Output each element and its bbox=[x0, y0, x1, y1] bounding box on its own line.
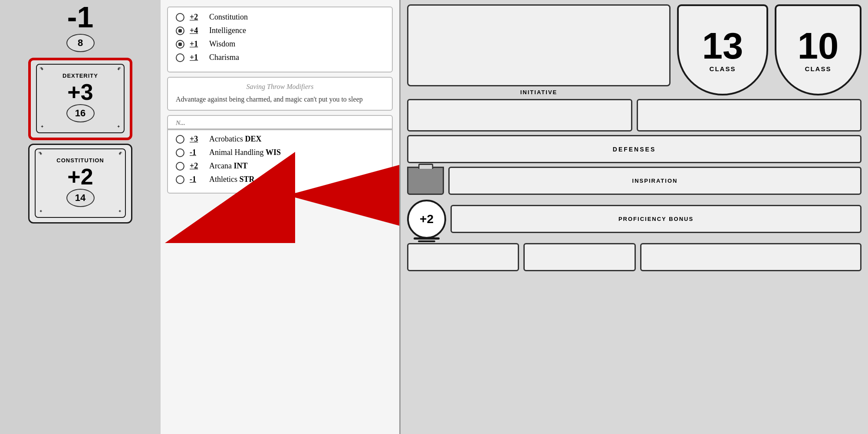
wisdom-save-name: Wisdom bbox=[209, 39, 235, 49]
saving-throw-constitution: +2 Constitution bbox=[176, 13, 384, 22]
athletics-name: Athletics STR bbox=[209, 175, 255, 184]
wisdom-save-value: +1 bbox=[190, 39, 205, 49]
animal-handling-row: -1 Animal Handling WIS bbox=[176, 148, 384, 157]
top-stats-row: INITIATIVE 13 CLASS 10 CLASS bbox=[407, 4, 861, 95]
constitution-save-circle[interactable] bbox=[176, 13, 184, 22]
initiative-container: INITIATIVE bbox=[407, 4, 671, 95]
notch-tab bbox=[418, 164, 433, 169]
athletics-row: -1 Athletics STR bbox=[176, 175, 384, 184]
proficiency-row: +2 PROFICIENCY BONUS bbox=[407, 198, 861, 240]
acrobatics-value: +3 bbox=[190, 135, 205, 144]
inspiration-label: INSPIRATION bbox=[448, 167, 861, 195]
saving-throw-wisdom: +1 Wisdom bbox=[176, 39, 384, 49]
defenses-row: DEFENSES bbox=[407, 135, 861, 163]
inspiration-row: INSPIRATION bbox=[407, 167, 861, 195]
intelligence-save-circle[interactable] bbox=[176, 26, 184, 35]
bottom-empty-row bbox=[407, 243, 861, 271]
empty-box-2 bbox=[637, 99, 862, 132]
athletics-circle[interactable] bbox=[176, 175, 184, 184]
proficiency-circle: +2 bbox=[407, 200, 446, 239]
skills-section-label: N... bbox=[167, 115, 393, 129]
dexterity-label: DEXTERITY bbox=[62, 72, 98, 79]
saving-throw-charisma: +1 Charisma bbox=[176, 53, 384, 62]
bottom-box-3 bbox=[640, 243, 862, 271]
middle-panel: +2 Constitution +4 Intelligence +1 Wisdo… bbox=[161, 0, 399, 434]
class-label: CLASS bbox=[710, 65, 736, 72]
arcana-name: Arcana INT bbox=[209, 161, 247, 171]
saving-throws-panel: +2 Constitution +4 Intelligence +1 Wisdo… bbox=[167, 7, 393, 72]
partial-score: 8 bbox=[66, 34, 95, 52]
left-ability-panel: -1 8 ✦✦ DEXTERITY +3 16 ✦✦ bbox=[0, 0, 161, 434]
skills-label: N... bbox=[176, 119, 185, 127]
class-number: 13 bbox=[702, 27, 743, 64]
dexterity-modifier: +3 bbox=[67, 81, 93, 103]
arcana-value: +2 bbox=[190, 161, 205, 171]
constitution-score: 14 bbox=[66, 189, 95, 207]
proficiency-label: PROFICIENCY BONUS bbox=[450, 205, 861, 233]
animal-handling-circle[interactable] bbox=[176, 148, 184, 157]
charisma-save-circle[interactable] bbox=[176, 53, 184, 62]
bottom-box-2 bbox=[523, 243, 635, 271]
defenses-label: DEFENSES bbox=[407, 135, 861, 163]
intelligence-save-name: Intelligence bbox=[209, 26, 246, 35]
constitution-label: CONSTITUTION bbox=[56, 157, 104, 164]
inspiration-notch-box bbox=[407, 167, 444, 195]
wisdom-save-circle[interactable] bbox=[176, 40, 184, 49]
top-class-label: CLASS bbox=[805, 65, 832, 72]
arcana-row: +2 Arcana INT bbox=[176, 161, 384, 171]
athletics-value: -1 bbox=[190, 175, 205, 184]
constitution-save-value: +2 bbox=[190, 13, 205, 22]
top-class-number: 10 bbox=[798, 27, 839, 64]
saving-throw-modifiers-text: Advantage against being charmed, and mag… bbox=[176, 94, 384, 105]
saving-throw-intelligence: +4 Intelligence bbox=[176, 26, 384, 35]
proficiency-value: +2 bbox=[420, 212, 434, 226]
acrobatics-row: +3 Acrobatics DEX bbox=[176, 135, 384, 144]
partial-ability-card-top: -1 8 bbox=[28, 4, 132, 54]
partial-modifier: -1 bbox=[33, 0, 128, 34]
top-class-badge: 10 CLASS bbox=[775, 4, 861, 95]
initiative-label: INITIATIVE bbox=[407, 89, 671, 95]
charisma-save-value: +1 bbox=[190, 53, 205, 62]
skills-list-panel: +3 Acrobatics DEX -1 Animal Handling WIS… bbox=[167, 129, 393, 194]
saving-throw-modifiers-header: Saving Throw Modifiers bbox=[176, 83, 384, 91]
constitution-card[interactable]: ✦✦ CONSTITUTION +2 14 ✦✦ bbox=[28, 144, 132, 224]
arcana-circle[interactable] bbox=[176, 162, 184, 171]
saving-throw-modifiers-box: Saving Throw Modifiers Advantage against… bbox=[167, 77, 393, 111]
empty-boxes-row bbox=[407, 99, 861, 132]
constitution-modifier: +2 bbox=[67, 165, 93, 188]
initiative-value-box bbox=[407, 4, 671, 86]
dexterity-card-inner: ✦✦ DEXTERITY +3 16 ✦✦ bbox=[36, 64, 125, 133]
intelligence-save-value: +4 bbox=[190, 26, 205, 35]
charisma-save-name: Charisma bbox=[209, 53, 239, 62]
dexterity-card[interactable]: ✦✦ DEXTERITY +3 16 ✦✦ bbox=[28, 58, 132, 140]
class-badge: 13 CLASS bbox=[677, 4, 768, 95]
acrobatics-circle[interactable] bbox=[176, 135, 184, 144]
constitution-card-inner: ✦✦ CONSTITUTION +2 14 ✦✦ bbox=[35, 148, 126, 218]
acrobatics-name: Acrobatics DEX bbox=[209, 135, 261, 144]
right-panel: INITIATIVE 13 CLASS 10 CLASS DEFENSES bbox=[401, 0, 868, 434]
animal-handling-name: Animal Handling WIS bbox=[209, 148, 281, 157]
dexterity-score: 16 bbox=[66, 104, 95, 122]
animal-handling-value: -1 bbox=[190, 148, 205, 157]
empty-box-1 bbox=[407, 99, 632, 132]
constitution-save-name: Constitution bbox=[209, 13, 248, 22]
bottom-box-1 bbox=[407, 243, 519, 271]
